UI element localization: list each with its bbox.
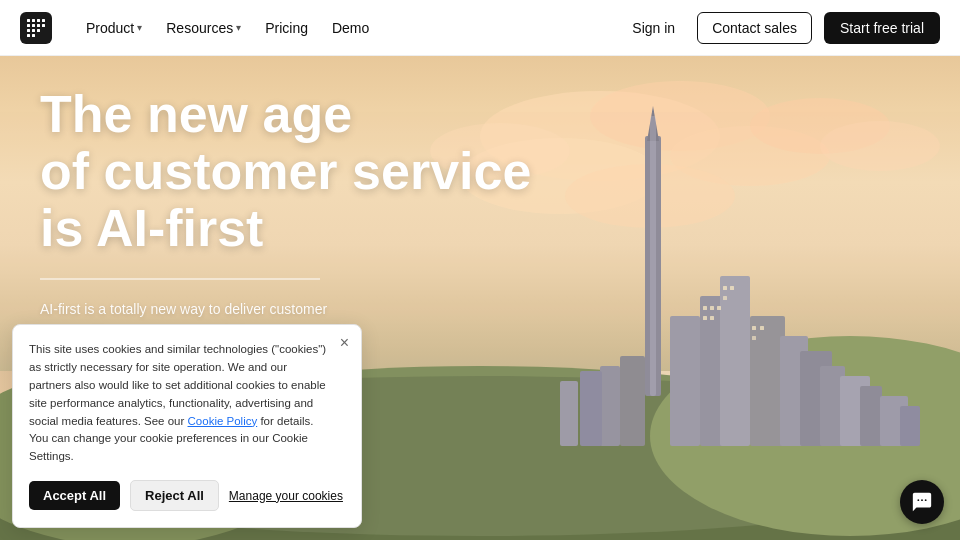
hero-title: The new age of customer service is AI-fi… <box>40 86 531 258</box>
svg-rect-10 <box>37 29 40 32</box>
nav-product[interactable]: Product ▾ <box>76 14 152 42</box>
chat-icon <box>911 491 933 513</box>
svg-rect-2 <box>37 19 40 22</box>
svg-rect-61 <box>925 499 927 501</box>
svg-rect-3 <box>42 19 45 22</box>
svg-rect-11 <box>27 34 30 37</box>
start-trial-button[interactable]: Start free trial <box>824 12 940 44</box>
contact-sales-button[interactable]: Contact sales <box>697 12 812 44</box>
svg-rect-60 <box>921 499 923 501</box>
chevron-down-icon: ▾ <box>137 22 142 33</box>
signin-button[interactable]: Sign in <box>622 14 685 42</box>
svg-rect-8 <box>27 29 30 32</box>
navbar-actions: Sign in Contact sales Start free trial <box>622 12 940 44</box>
cookie-buttons: Accept All Reject All Manage your cookie… <box>29 480 345 511</box>
manage-cookies-button[interactable]: Manage your cookies <box>229 489 343 503</box>
svg-rect-12 <box>32 34 35 37</box>
navbar: Product ▾ Resources ▾ Pricing Demo Sign … <box>0 0 960 56</box>
hero-divider <box>40 278 320 280</box>
accept-cookies-button[interactable]: Accept All <box>29 481 120 510</box>
chat-widget[interactable] <box>900 480 944 524</box>
svg-rect-5 <box>32 24 35 27</box>
logo[interactable] <box>20 12 52 44</box>
svg-rect-59 <box>917 499 919 501</box>
reject-cookies-button[interactable]: Reject All <box>130 480 219 511</box>
chevron-down-icon: ▾ <box>236 22 241 33</box>
nav-demo[interactable]: Demo <box>322 14 379 42</box>
nav-resources[interactable]: Resources ▾ <box>156 14 251 42</box>
svg-rect-6 <box>37 24 40 27</box>
cookie-banner: × This site uses cookies and similar tec… <box>12 324 362 528</box>
cookie-close-button[interactable]: × <box>340 335 349 351</box>
cookie-text: This site uses cookies and similar techn… <box>29 341 345 466</box>
svg-rect-0 <box>27 19 30 22</box>
logo-icon <box>20 12 52 44</box>
cookie-policy-link[interactable]: Cookie Policy <box>188 415 258 427</box>
nav-pricing[interactable]: Pricing <box>255 14 318 42</box>
svg-rect-9 <box>32 29 35 32</box>
svg-rect-1 <box>32 19 35 22</box>
svg-rect-4 <box>27 24 30 27</box>
svg-rect-7 <box>42 24 45 27</box>
nav-links: Product ▾ Resources ▾ Pricing Demo <box>76 14 622 42</box>
